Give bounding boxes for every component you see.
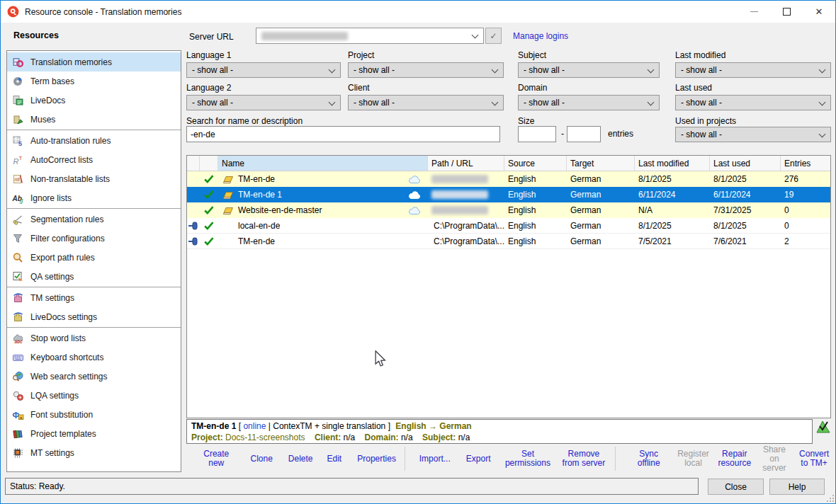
help-button[interactable]: Help [769,479,825,495]
share-on-server-link[interactable]: Share on server [759,445,790,473]
last-modified-cell: 7/5/2021 [635,234,710,248]
column-header-entries[interactable]: Entries [781,156,830,171]
import-link[interactable]: Import... [419,454,451,464]
sidebar-item-tm-settings[interactable]: TM settings [7,288,181,307]
sidebar-item-autocorrect-lists[interactable]: RT AutoCorrect lists [7,150,181,169]
sidebar-separator [7,208,181,209]
table-row-tm-en-de-local[interactable]: TM-en-de C:\ProgramData\... English Germ… [187,234,830,249]
repair-resource-link[interactable]: Repair resource [718,449,752,468]
export-link[interactable]: Export [466,454,491,464]
set-permissions-link[interactable]: Set permissions [502,449,553,468]
chevron-down-icon [648,99,655,106]
sidebar-item-filter-configurations[interactable]: Filter configurations [7,229,181,248]
tm-name: TM-en-de [238,174,275,184]
sidebar-item-ignore-lists[interactable]: Abg Ignore lists [7,188,181,207]
command-separator [615,447,616,471]
search-input[interactable] [186,126,500,142]
create-new-link[interactable]: Create new [198,449,235,468]
last-modified-cell: 8/1/2025 [635,218,710,233]
sidebar-item-term-bases[interactable]: Term bases [7,71,181,91]
used-in-projects-combo[interactable]: - show all - [675,127,831,142]
project-combo[interactable]: - show all - [348,62,504,78]
last-used-combo[interactable]: - show all - [675,95,831,110]
select-server-button[interactable]: ✓ [485,28,502,44]
sidebar-item-project-templates[interactable]: Project templates [7,424,181,443]
info-tm-type: ContexTM + single translation ] [273,421,390,431]
sidebar-item-stop-word-lists[interactable]: abc Stop word lists [7,328,181,348]
edit-link[interactable]: Edit [327,454,342,464]
sidebar-item-translation-memories[interactable]: Translation memories [7,52,181,71]
sidebar-item-non-translatable-lists[interactable]: ntl Non-translatable lists [7,169,181,188]
info-domain-value: n/a [401,433,413,442]
minimize-icon [750,11,758,12]
register-local-link[interactable]: Register local [677,449,709,468]
resize-grip[interactable] [827,495,834,502]
remove-from-server-link[interactable]: Remove from server [560,449,606,468]
properties-link[interactable]: Properties [357,454,396,464]
column-header-path[interactable]: Path / URL [428,156,504,171]
sidebar-item-lqa-settings[interactable]: LQA settings [7,386,181,405]
language2-combo[interactable]: - show all - [186,95,341,110]
client-filter-label: Client [348,83,370,93]
table-row-tm-en-de-1-selected[interactable]: TM-en-de 1 English German 6/11/2024 6/11… [187,187,830,202]
sidebar-item-export-path-rules[interactable]: Export path rules [7,248,181,267]
subject-combo[interactable]: - show all - [518,62,660,78]
column-header-name[interactable]: Name [218,156,428,171]
info-pipe: | [269,421,271,431]
column-header-source[interactable]: Source [504,156,567,171]
chevron-down-icon [329,99,336,106]
sidebar-item-muses[interactable]: Muses [7,110,181,129]
sidebar-item-livedocs-settings[interactable]: LiveDocs settings [7,307,181,326]
convert-to-tm-plus-link[interactable]: Convert to TM+ [797,449,831,468]
sync-offline-link[interactable]: Sync offline [630,449,667,468]
sidebar-item-mt-settings[interactable]: MT settings [7,443,181,462]
sidebar-item-label: TM settings [30,293,74,303]
size-to-input[interactable] [567,126,601,142]
sidebar-item-segmentation-rules[interactable]: Segmentation rules [7,210,181,229]
domain-combo[interactable]: - show all - [518,95,660,110]
livedocs-settings-icon [12,311,24,323]
non-translatable-lists-icon: ntl [12,173,24,185]
sidebar-item-label: Font substitution [30,410,93,420]
table-row-local-en-de[interactable]: local-en-de C:\ProgramData\... English G… [187,218,830,234]
delete-link[interactable]: Delete [288,454,313,464]
table-row-website-en-de-master[interactable]: Website-en-de-master English German N/A … [187,202,830,218]
language1-combo[interactable]: - show all - [186,62,341,78]
sidebar-item-livedocs[interactable]: LiveDocs [7,91,181,110]
font-substitution-icon: Φa [12,409,24,420]
info-domain-label: Domain: [365,433,399,442]
close-window-button[interactable]: ✕ [803,1,835,23]
maximize-button[interactable] [770,1,803,23]
sidebar-item-font-substitution[interactable]: Φa Font substitution [7,405,181,424]
sidebar-item-qa-settings[interactable]: QA settings [7,267,181,286]
sidebar-item-label: LiveDocs settings [30,312,97,322]
column-header-check[interactable] [200,156,218,171]
minimize-button[interactable] [738,1,770,23]
column-header-pin[interactable] [187,156,200,171]
selected-tm-info-panel: TM-en-de 1 [ online | ContexTM + single … [186,419,813,444]
tm-book-icon [222,190,235,200]
column-header-target[interactable]: Target [567,156,635,171]
table-row-tm-en-de[interactable]: TM-en-de English German 8/1/2025 8/1/202… [187,171,830,187]
combo-value: - show all - [192,65,233,75]
combo-value: - show all - [681,65,722,75]
info-language-pair: English → German [395,421,471,431]
target-cell: German [567,171,635,187]
size-from-input[interactable] [518,126,556,142]
autocorrect-lists-icon: RT [12,154,24,166]
clone-link[interactable]: Clone [250,454,272,464]
sidebar-item-label: Term bases [30,76,74,86]
ignore-lists-icon: Abg [12,193,24,204]
manage-logins-link[interactable]: Manage logins [513,31,568,41]
sidebar-item-auto-translation-rules[interactable]: 5 Auto-translation rules [7,131,181,150]
close-button[interactable]: Close [708,479,764,495]
sidebar-item-label: Muses [30,115,55,125]
server-url-combo[interactable] [256,28,484,44]
client-combo[interactable]: - show all - [348,95,504,110]
column-header-last-used[interactable]: Last used [710,156,781,171]
column-header-last-modified[interactable]: Last modified [635,156,710,171]
last-modified-combo[interactable]: - show all - [675,62,831,78]
sidebar-item-web-search-settings[interactable]: Web search settings [7,367,181,386]
sidebar-item-keyboard-shortcuts[interactable]: Keyboard shortcuts [7,348,181,367]
check-icon: ✓ [490,31,497,41]
